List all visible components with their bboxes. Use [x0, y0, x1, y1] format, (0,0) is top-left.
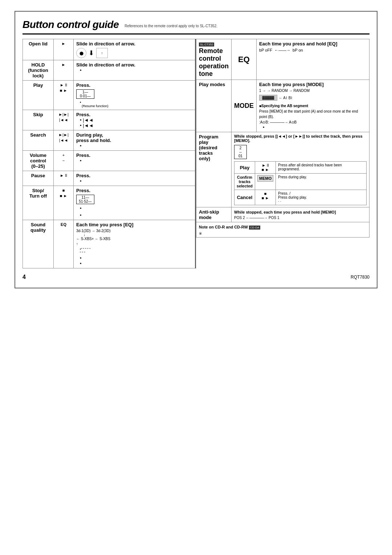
page-title: Button control guide	[23, 19, 119, 31]
remote-section: SL-CT352 Remotecontroloperationtone	[196, 39, 232, 80]
play-desc: Press. 1—0·01— • (Resume function)	[74, 81, 195, 110]
mode-desc-cell: Each time you press [MODE] 1 → → RANDOM …	[257, 80, 369, 132]
right-table: SL-CT352 Remotecontroloperationtone EQ E…	[196, 39, 369, 238]
table-row: HOLD(functionlock) ► Slide in direction …	[23, 60, 195, 81]
eq-desc-cell: Each time you press and hold [EQ] bP oFF…	[257, 39, 369, 80]
model-number: RQT7830	[351, 275, 369, 280]
table-row: Soundquality EQ Each time you press [EQ]…	[23, 220, 195, 268]
hold-eq-title: Each time you press and hold [EQ]	[259, 41, 337, 46]
program-play-label: Play	[234, 162, 255, 174]
table-row: Anti-skipmode While stopped, each time y…	[196, 207, 369, 222]
stop-label: Stop/Turn off	[23, 186, 54, 220]
cd-note-text: ※	[199, 231, 367, 235]
open-lid-desc: Slide in direction of arrow. ⬤ ⬇ ↑	[74, 39, 195, 60]
table-row: Open lid ► Slide in direction of arrow. …	[23, 39, 195, 60]
hold-desc: Slide in direction of arrow. •	[74, 60, 195, 81]
program-label-cell: Programplay(desiredtracksonly)	[196, 132, 232, 207]
memo-badge: MEMO	[257, 175, 273, 182]
antiskip-desc: While stopped, each time you press and h…	[234, 210, 336, 214]
sound-quality-label: Soundquality	[23, 220, 54, 268]
pos-diagram: POS 2 ←————→ POS 1	[234, 216, 367, 220]
sl-badge: SL-CT352	[199, 42, 214, 46]
confirm-tracks-label: Confirmtracksselected	[234, 174, 255, 190]
remote-label: Remotecontroloperationtone	[199, 47, 229, 77]
skip-desc: Press. • |◄◄ • |◄◄	[74, 110, 195, 130]
eq-cycle-diagram: 3d-1(3D) → 3d-2(3D) ↓ ← S-XBS+ ← S-XBS ↑	[76, 229, 192, 246]
page-subtitle: References to the remote control apply o…	[124, 24, 217, 28]
search-label: Search	[23, 130, 54, 151]
cd-note-title: Note on CD-R and CD-RW	[199, 225, 249, 229]
main-content: Open lid ► Slide in direction of arrow. …	[23, 39, 369, 268]
table-row: SL-CT352 Remotecontroloperationtone EQ E…	[196, 39, 369, 80]
ab-mode-visual: ▓▓▓▓▓ ← A⌇ B⌇	[259, 95, 367, 101]
antiskip-label: Anti-skipmode	[199, 209, 219, 220]
skip-buttons: ►|►| |◄◄	[54, 110, 74, 130]
page-footer: 4 RQT7830	[23, 272, 369, 280]
ab-title: ■Specifying the AB segment	[259, 104, 308, 108]
table-row: Cancel ■ ■ ► Press. /Press during play.·…	[234, 190, 367, 205]
eq-main-label: EQ	[238, 55, 250, 64]
play-modes-label: Play modes	[199, 82, 225, 87]
eq-label-cell: EQ	[232, 39, 257, 80]
pause-label: Pause	[23, 171, 54, 186]
ab-diagram: :A⊙B: ————→ A⊙B	[259, 120, 297, 124]
page-container: Button control guide References to the r…	[15, 11, 377, 288]
cancel-label: Cancel	[234, 190, 255, 205]
open-lid-diagram-box: ↑	[96, 48, 108, 58]
table-row: Programplay(desiredtracksonly) While sto…	[196, 132, 369, 207]
program-play-desc: Press after all desired tracks have been…	[276, 162, 367, 174]
right-column: SL-CT352 Remotecontroloperationtone EQ E…	[196, 39, 369, 268]
play-buttons: ► II ■ ►	[54, 81, 74, 110]
table-row: Search ►|►| |◄◄ During play,press and ho…	[23, 130, 195, 151]
hold-label: HOLD(functionlock)	[23, 60, 54, 81]
cancel-buttons: ■ ■ ►	[255, 190, 276, 205]
table-row: Pause ► II Press. •	[23, 171, 195, 186]
skip-label: Skip	[23, 110, 54, 130]
open-lid-label: Open lid	[23, 39, 54, 60]
open-lid-diagram-circle: ⬤	[76, 48, 86, 58]
play-modes-label-cell: Play modes	[196, 80, 232, 132]
volume-label: Volumecontrol(0–25)	[23, 151, 54, 171]
table-row: Play ► II ■ ► Press after all desired tr…	[234, 162, 367, 174]
hold-eq-desc: bP oFF ←——→ bP on	[259, 48, 367, 52]
table-row: Skip ►|►| |◄◄ Press. • |◄◄ • |◄◄	[23, 110, 195, 130]
program-select-desc: While stopped, press [|◄◄] or [►►|] to s…	[234, 134, 367, 143]
table-row: Play modes MODE Each time you press [MOD…	[196, 80, 369, 132]
program-label: Programplay(desiredtracksonly)	[199, 134, 218, 161]
page-number: 4	[23, 274, 26, 280]
left-column: Open lid ► Slide in direction of arrow. …	[23, 39, 196, 268]
table-row: Stop/Turn off ■ ■ ► Press. 11—51·52— • •	[23, 186, 195, 220]
pos-text: POS 2 ←————→ POS 1	[234, 216, 279, 220]
program-sub-table: Play ► II ■ ► Press after all desired tr…	[234, 161, 367, 205]
volume-desc: Press. •	[74, 151, 195, 171]
left-table: Open lid ► Slide in direction of arrow. …	[23, 39, 195, 268]
search-buttons: ►|►| |◄◄	[54, 130, 74, 151]
program-desc-cell: While stopped, press [|◄◄] or [►►|] to s…	[232, 132, 369, 207]
antiskip-desc-cell: While stopped, each time you press and h…	[232, 207, 369, 222]
cancel-desc: Press. /Press during play.· ·	[276, 190, 367, 205]
program-play-buttons: ► II ■ ►	[255, 162, 276, 174]
table-row: Volumecontrol(0–25) + − Press. •	[23, 151, 195, 171]
memo-badge-cell: MEMO	[255, 174, 276, 190]
mode-sequence-diagram: 1 → → RANDOM → RANDOM	[259, 89, 367, 93]
ab-desc: Press [MEMO] at the start point (A) and …	[259, 109, 358, 119]
open-lid-button: ►	[54, 39, 74, 60]
search-desc: During play,press and hold. •	[74, 130, 195, 151]
table-row: Confirmtracksselected MEMO Press during …	[234, 174, 367, 190]
hold-button: ►	[54, 60, 74, 81]
memo-desc: Press during play.	[276, 174, 367, 190]
stop-counter-display: 11—51·52—	[76, 195, 94, 204]
open-lid-diagram-arrow: ⬇	[89, 49, 94, 57]
play-label: Play	[23, 81, 54, 110]
press-mode-title: Each time you press [MODE]	[259, 82, 324, 87]
table-row: Play ► II ■ ► Press. 1—0·01— • (Resume f…	[23, 81, 195, 110]
mode-label-cell: MODE	[232, 80, 257, 132]
mode-main-label: MODE	[234, 102, 254, 109]
cd-note-cell: Note on CD-R and CD-RW CD-DA ※	[196, 222, 369, 238]
volume-buttons: + −	[54, 151, 74, 171]
cd-da-badge: CD-DA	[249, 226, 260, 230]
header: Button control guide References to the r…	[23, 19, 369, 35]
play-counter-display: 1—0·01—	[76, 89, 94, 99]
sound-quality-desc: Each time you press [EQ] 3d-1(3D) → 3d-2…	[74, 220, 195, 268]
antiskip-label-cell: Anti-skipmode	[196, 207, 232, 222]
